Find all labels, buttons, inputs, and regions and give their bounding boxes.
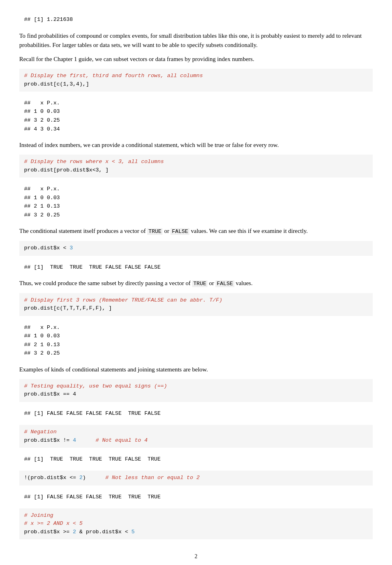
para4-before: The conditional statement itself produce…	[19, 228, 147, 234]
code-6: prob.dist$x != 4 # Not equal to 4	[24, 437, 148, 443]
output-block-3: ## [1] TRUE TRUE TRUE FALSE FALSE FALSE	[19, 261, 373, 274]
output-block-6: ## [1] TRUE TRUE TRUE TRUE FALSE TRUE	[19, 453, 373, 466]
code-block-6: # Negation prob.dist$x != 4 # Not equal …	[19, 425, 373, 448]
paragraph-5: Thus, we could produce the same subset b…	[19, 279, 373, 288]
code-2: prob.dist[prob.dist$x<3, ]	[24, 167, 109, 173]
paragraph-2: Recall for the Chapter 1 guide, we can s…	[19, 55, 373, 64]
output-block-5: ## [1] FALSE FALSE FALSE FALSE TRUE FALS…	[19, 407, 373, 420]
para5-or: or	[207, 280, 215, 286]
comment-5: # Testing equality, use two equal signs …	[24, 383, 167, 389]
output-block-7: ## [1] FALSE FALSE FALSE TRUE TRUE TRUE	[19, 490, 373, 504]
paragraph-1: To find probabilities of compound or com…	[19, 31, 373, 50]
output-result: ## [1] 1.221638	[19, 13, 373, 27]
code-1: prob.dist[c(1,3,4),]	[24, 81, 89, 87]
code-7: !(prob.dist$x <= 2) # Not less than or e…	[24, 475, 200, 481]
code-block-7: !(prob.dist$x <= 2) # Not less than or e…	[19, 471, 373, 485]
comment-8a: # Joining	[24, 512, 53, 518]
output-block-4: ## x P.x. ## 1 0 0.03 ## 2 1 0.13 ## 3 2…	[19, 321, 373, 360]
comment-1: # Display the first, third and fourth ro…	[24, 73, 203, 79]
code-8: prob.dist$x >= 2 & prob.dist$x < 5	[24, 529, 134, 535]
paragraph-6: Examples of kinds of conditional stateme…	[19, 365, 373, 374]
code-block-8: # Joining # x >= 2 AND x < 5 prob.dist$x…	[19, 508, 373, 539]
code-3: prob.dist$x < 3	[24, 245, 73, 251]
paragraph-3: Instead of index numbers, we can provide…	[19, 141, 373, 150]
para5-false: FALSE	[215, 280, 234, 287]
page-number: 2	[19, 552, 373, 561]
output-block-1: ## x P.x. ## 1 0 0.03 ## 3 2 0.25 ## 4 3…	[19, 96, 373, 136]
code-5: prob.dist$x == 4	[24, 391, 76, 397]
code-block-5: # Testing equality, use two equal signs …	[19, 379, 373, 402]
comment-4: # Display first 3 rows (Remember TRUE/FA…	[24, 297, 222, 303]
para5-before: Thus, we could produce the same subset b…	[19, 280, 192, 286]
code-block-1: # Display the first, third and fourth ro…	[19, 69, 373, 92]
initial-output: ## [1] 1.221638	[19, 13, 373, 27]
comment-6: # Negation	[24, 429, 57, 435]
code-4: prob.dist[c(T,T,T,F,F,F), ]	[24, 305, 112, 311]
comment-8b: # x >= 2 AND x < 5	[24, 520, 83, 526]
para4-or: or	[162, 228, 171, 234]
para5-after: values.	[234, 280, 253, 286]
code-block-4: # Display first 3 rows (Remember TRUE/FA…	[19, 293, 373, 316]
code-block-2: # Display the rows where x < 3, all colu…	[19, 155, 373, 177]
comment-2: # Display the rows where x < 3, all colu…	[24, 159, 164, 165]
comment-6b: # Not equal to 4	[95, 437, 148, 443]
para4-after: values. We can see this if we examine it…	[189, 228, 308, 234]
output-block-2: ## x P.x. ## 1 0 0.03 ## 2 1 0.13 ## 3 2…	[19, 182, 373, 222]
paragraph-4: The conditional statement itself produce…	[19, 226, 373, 236]
para5-true: TRUE	[192, 280, 207, 287]
para4-false: FALSE	[171, 228, 189, 235]
code-block-3: prob.dist$x < 3	[19, 241, 373, 255]
para4-true: TRUE	[147, 228, 162, 235]
comment-7: # Not less than or equal to 2	[106, 475, 200, 481]
